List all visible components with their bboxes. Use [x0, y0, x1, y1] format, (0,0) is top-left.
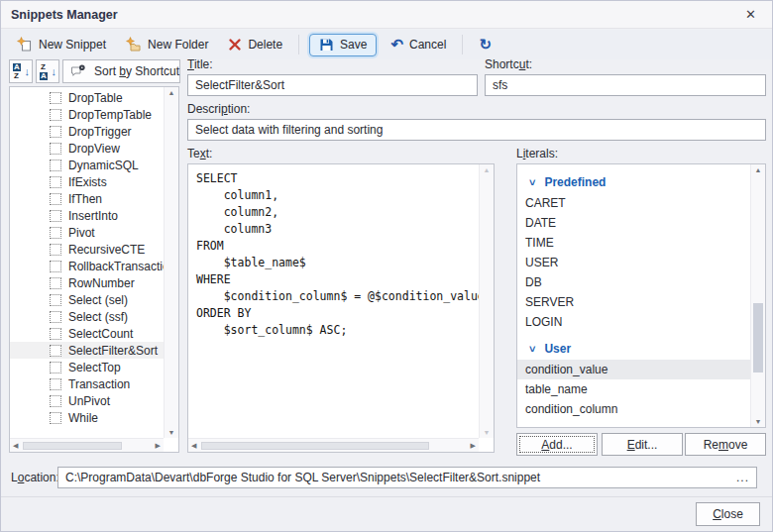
text-vertical-scrollbar[interactable]: ▲ ▼ [479, 164, 494, 438]
edit-button[interactable]: Edit... [602, 433, 683, 456]
refresh-icon: ↻ [479, 38, 492, 52]
tree-item[interactable]: RowNumber [10, 274, 164, 291]
tree-item-selected[interactable]: SelectFilter&Sort [10, 342, 164, 359]
scroll-left-icon[interactable]: ◀ [191, 442, 196, 450]
save-button[interactable]: Save [309, 34, 377, 56]
description-input[interactable]: Select data with filtering and sorting [187, 119, 766, 141]
scroll-left-icon[interactable]: ◀ [13, 442, 18, 450]
checkbox[interactable] [50, 244, 61, 256]
location-path-box[interactable]: C:\ProgramData\Devart\dbForge Studio for… [57, 467, 757, 488]
snippets-manager-dialog: Snippets Manager ✕ New Snippet New Folde… [0, 0, 773, 532]
footer-separator [1, 496, 772, 497]
literal-item[interactable]: CARET [517, 193, 750, 213]
cancel-button[interactable]: ↶ Cancel [381, 34, 456, 55]
snippet-text-editor[interactable]: SELECT column1, column2, column3 FROM $t… [187, 163, 495, 453]
tree-item[interactable]: DropView [10, 140, 164, 157]
checkbox[interactable] [50, 109, 61, 121]
literal-item[interactable]: table_name [517, 379, 750, 399]
text-label: Text: [187, 147, 212, 160]
checkbox[interactable] [50, 378, 61, 390]
tree-item[interactable]: DropTable [10, 89, 164, 106]
tree-item[interactable]: RollbackTransaction [10, 258, 164, 274]
checkbox[interactable] [50, 126, 61, 138]
refresh-button[interactable]: ↻ [469, 34, 501, 55]
tree-item[interactable]: IfThen [10, 190, 164, 207]
scroll-up-icon[interactable]: ▲ [480, 166, 494, 173]
literal-item[interactable]: SERVER [517, 292, 750, 312]
checkbox[interactable] [50, 227, 61, 239]
literal-item[interactable]: DATE [517, 213, 750, 233]
literal-item[interactable]: condition_column [517, 399, 750, 419]
close-icon[interactable]: ✕ [739, 5, 762, 24]
tree-item[interactable]: Pivot [10, 224, 164, 241]
close-button[interactable]: Close [696, 502, 760, 526]
title-label: Title: [187, 57, 213, 71]
scrollbar-thumb[interactable] [201, 442, 429, 450]
checkbox[interactable] [50, 193, 61, 205]
tree-item[interactable]: While [10, 409, 164, 426]
scrollbar-thumb[interactable] [753, 303, 763, 372]
tree-item[interactable]: Transaction [10, 375, 164, 392]
new-folder-button[interactable]: New Folder [116, 33, 218, 56]
save-label: Save [340, 38, 367, 52]
scroll-right-icon[interactable]: ▶ [156, 442, 161, 450]
literal-item[interactable]: DB [517, 272, 750, 292]
scroll-right-icon[interactable]: ▶ [471, 442, 476, 450]
save-icon [319, 38, 334, 53]
new-snippet-label: New Snippet [39, 38, 106, 52]
sort-descending-button[interactable]: Z A ↓ [36, 59, 59, 83]
sort-ascending-button[interactable]: A Z ↓ [9, 59, 33, 83]
tree-item[interactable]: DynamicSQL [10, 157, 164, 173]
scrollbar-thumb[interactable] [23, 442, 122, 450]
checkbox[interactable] [50, 160, 61, 171]
sort-by-shortcut-toggle[interactable]: Sort by Shortcut [62, 59, 180, 83]
checkbox[interactable] [50, 143, 61, 155]
tree-item[interactable]: SelectCount [10, 325, 164, 342]
remove-button[interactable]: Remove [685, 433, 766, 456]
literal-item-selected[interactable]: condition_value [517, 360, 750, 379]
toolbar-separator [298, 35, 299, 54]
literal-item[interactable]: TIME [517, 233, 750, 253]
literals-group-predefined[interactable]: ˅ Predefined [517, 171, 750, 193]
checkbox[interactable] [50, 92, 61, 104]
checkbox[interactable] [50, 345, 61, 357]
literals-vertical-scrollbar[interactable]: ▲ ▼ [750, 164, 765, 427]
tree-item[interactable]: DropTempTable [10, 106, 164, 123]
checkbox[interactable] [50, 395, 61, 407]
add-button[interactable]: Add... [516, 433, 598, 456]
text-horizontal-scrollbar[interactable]: ◀ ▶ [188, 438, 479, 452]
delete-button[interactable]: Delete [218, 34, 292, 55]
literals-label: Literals: [516, 147, 558, 160]
literal-item[interactable]: USER [517, 253, 750, 272]
tree-item[interactable]: SelectTop [10, 359, 164, 375]
checkbox[interactable] [50, 176, 61, 188]
checkbox[interactable] [50, 412, 61, 424]
scroll-up-icon[interactable]: ▲ [751, 166, 765, 173]
tree-item[interactable]: InsertInto [10, 207, 164, 224]
checkbox[interactable] [50, 328, 61, 340]
checkbox[interactable] [50, 311, 61, 323]
scroll-up-icon[interactable]: ▲ [165, 89, 178, 96]
shortcut-input[interactable]: sfs [485, 74, 766, 96]
scroll-down-icon[interactable]: ▼ [751, 418, 765, 425]
tree-item[interactable]: UnPivot [10, 392, 164, 409]
scroll-down-icon[interactable]: ▼ [165, 429, 178, 436]
checkbox[interactable] [50, 277, 61, 289]
tree-item[interactable]: IfExists [10, 173, 164, 190]
tree-item[interactable]: Select (sel) [10, 291, 164, 308]
checkbox[interactable] [50, 210, 61, 222]
checkbox[interactable] [50, 261, 61, 272]
checkbox[interactable] [50, 294, 61, 306]
tree-item[interactable]: Select (ssf) [10, 308, 164, 325]
tree-item[interactable]: RecursiveCTE [10, 241, 164, 258]
scroll-down-icon[interactable]: ▼ [480, 429, 494, 436]
literal-item[interactable]: LOGIN [517, 312, 750, 332]
checkbox[interactable] [50, 362, 61, 373]
new-snippet-button[interactable]: New Snippet [7, 33, 116, 56]
literals-group-user[interactable]: ˅ User [517, 338, 750, 360]
tree-vertical-scrollbar[interactable]: ▲ ▼ [164, 87, 178, 438]
title-input[interactable]: SelectFilter&Sort [187, 74, 478, 96]
tree-horizontal-scrollbar[interactable]: ◀ ▶ [10, 438, 164, 452]
tree-item[interactable]: DropTrigger [10, 123, 164, 140]
browse-ellipsis-icon[interactable]: ... [736, 471, 749, 484]
